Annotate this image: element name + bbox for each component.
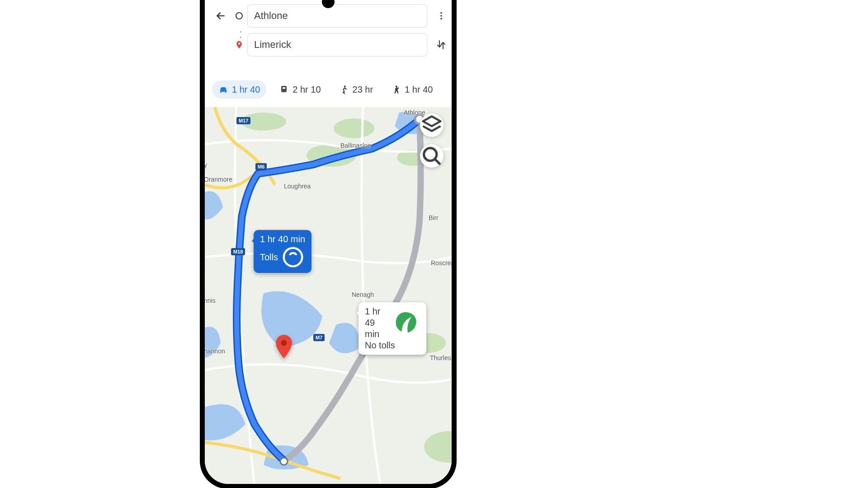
svg-point-11 — [344, 86, 345, 87]
shield-m17: M17 — [236, 117, 250, 124]
back-button[interactable] — [210, 10, 231, 22]
svg-point-24 — [284, 248, 302, 267]
shield-m7: M7 — [313, 334, 325, 341]
route-alt-callout[interactable]: 1 hr 49 min No tolls — [359, 302, 426, 355]
route-primary-note: Tolls — [260, 252, 278, 263]
svg-point-6 — [225, 90, 226, 91]
swap-button[interactable] — [431, 39, 452, 50]
more-options-button[interactable] — [431, 11, 452, 21]
travel-mode-tabs: 1 hr 40 2 hr 10 23 hr 1 hr 40 6 — [205, 75, 452, 103]
mode-drive-label: 1 hr 40 — [232, 84, 260, 95]
svg-rect-10 — [283, 87, 286, 89]
origin-icon — [231, 12, 247, 20]
place-nenagh: Nenagh — [352, 291, 374, 298]
route-alt-time: 1 hr 49 min — [365, 306, 388, 340]
place-ennis: nnis — [205, 297, 216, 304]
mode-rideshare[interactable]: 1 hr 40 — [386, 80, 439, 99]
mode-bike[interactable]: 6 — [445, 80, 452, 99]
place-shannon: hannon — [205, 347, 225, 355]
svg-point-22 — [280, 458, 288, 465]
map-canvas[interactable]: Athlone Ballinasloe Oranmore Loughrea y … — [205, 103, 452, 484]
svg-point-0 — [236, 13, 242, 19]
place-oranmore: Oranmore — [205, 176, 232, 183]
mode-walk[interactable]: 23 hr — [334, 80, 380, 99]
svg-point-25 — [281, 340, 287, 346]
destination-text: Limerick — [254, 39, 291, 51]
svg-point-1 — [440, 12, 442, 14]
layers-button[interactable] — [420, 113, 443, 137]
shield-m6: M6 — [255, 163, 267, 170]
svg-point-9 — [285, 90, 286, 91]
svg-point-3 — [440, 18, 442, 20]
mode-transit[interactable]: 2 hr 10 — [273, 80, 327, 99]
mode-walk-label: 23 hr — [353, 84, 373, 95]
svg-point-17 — [334, 118, 374, 138]
search-map-button[interactable] — [420, 144, 443, 168]
place-birr: Birr — [429, 214, 439, 221]
route-primary-time: 1 hr 40 min — [260, 234, 305, 245]
mode-rideshare-label: 1 hr 40 — [405, 84, 433, 95]
destination-input[interactable]: Limerick — [247, 33, 427, 56]
destination-pin[interactable] — [275, 335, 293, 360]
svg-point-5 — [221, 90, 222, 91]
place-ballinasloe: Ballinasloe — [340, 142, 371, 149]
eco-leaf-icon — [391, 309, 420, 338]
route-primary-callout[interactable]: 1 hr 40 min Tolls — [254, 230, 311, 273]
route-connector — [240, 31, 241, 43]
mode-drive[interactable]: 1 hr 40 — [212, 80, 266, 99]
origin-input[interactable]: Athlone — [247, 4, 427, 28]
place-y: y — [205, 161, 207, 169]
place-thurles: Thurles — [430, 354, 451, 361]
route-alt-note: No tolls — [365, 340, 420, 351]
place-loughrea: Loughrea — [284, 183, 311, 190]
mode-transit-label: 2 hr 10 — [292, 84, 321, 95]
svg-point-8 — [282, 90, 283, 91]
tolls-icon — [281, 245, 305, 269]
origin-text: Athlone — [254, 10, 288, 22]
destination-icon — [231, 40, 247, 50]
shield-m18: M18 — [231, 248, 245, 255]
place-roscrea: Roscrea — [431, 259, 452, 267]
svg-point-2 — [440, 15, 442, 17]
